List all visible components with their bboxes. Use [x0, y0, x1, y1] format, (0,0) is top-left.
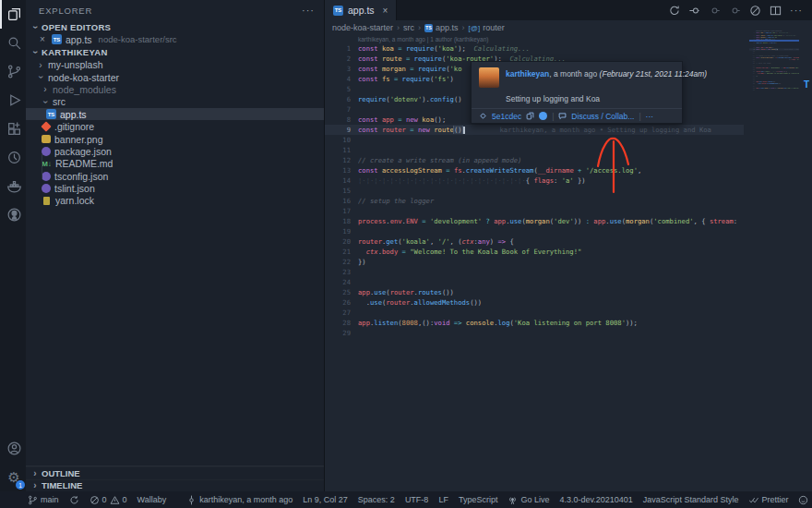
breadcrumb-router[interactable]: [@]router [469, 23, 505, 32]
outline-section[interactable]: › OUTLINE [26, 466, 324, 479]
line-number[interactable]: 3 [325, 65, 351, 73]
status-cursor-position[interactable]: Ln 9, Col 27 [303, 495, 348, 504]
close-icon[interactable]: × [40, 34, 48, 44]
more-actions-icon[interactable]: ··· [790, 5, 803, 16]
open-changes-next-icon[interactable] [729, 5, 741, 17]
status-prettier[interactable]: Prettier [748, 495, 788, 505]
tree-file-yarn.lock[interactable]: yarn.lock [26, 195, 324, 207]
code-line-26[interactable]: 26 .use(router.allowedMethods()) [325, 297, 744, 308]
activity-github-icon[interactable] [0, 200, 26, 229]
code-line-22[interactable]: 22}) [749, 75, 799, 77]
file-history-icon[interactable] [749, 5, 761, 17]
codelens-blame[interactable]: karthikeyan, a month ago | 1 author (kar… [325, 35, 744, 43]
tree-file-.gitignore[interactable]: .gitignore [26, 120, 324, 132]
inline-blame[interactable]: karthikeyan, a month ago • Setting up lo… [784, 49, 799, 51]
tree-folder-node-koa-starter[interactable]: ›node-koa-starter [26, 71, 324, 83]
line-number[interactable]: 20 [325, 237, 351, 246]
status-ts-version[interactable]: 4.3.0-dev.20210401 [559, 495, 632, 504]
line-number[interactable]: 16 [325, 197, 351, 205]
activity-extensions-icon[interactable] [0, 115, 26, 143]
code-line-16[interactable]: 16// setup the logger [749, 63, 799, 65]
tree-file-tsconfig.json[interactable]: tsconfig.json [26, 170, 324, 182]
tree-file-banner.png[interactable]: banner.png [26, 133, 324, 145]
code-line-9[interactable]: 9const router = new route()karthikeyan, … [325, 125, 744, 135]
code-line-21[interactable]: 21 ctx.body = "Welcome! To the Koala Boo… [325, 247, 744, 257]
activity-settings-icon[interactable]: ⚙1 [0, 463, 26, 491]
tree-file-README.md[interactable]: M↓README.md [26, 158, 324, 170]
discuss-collab-link[interactable]: Discuss / Collab... [571, 112, 634, 121]
open-on-remote-icon[interactable] [539, 112, 547, 120]
code-line-11[interactable]: 11 [325, 145, 744, 155]
line-number[interactable]: 19 [325, 227, 351, 236]
status-language[interactable]: TypeScript [459, 495, 498, 504]
line-number[interactable]: 18 [325, 217, 351, 225]
code-line-24[interactable]: 24 [325, 277, 744, 287]
code-line-17[interactable]: 17 [325, 206, 744, 216]
copy-icon[interactable] [526, 112, 534, 120]
code-line-12[interactable]: 12// create a write stream (in append mo… [325, 155, 744, 165]
activity-testing-clock-icon[interactable] [0, 143, 26, 172]
toggle-blame-icon[interactable] [668, 5, 680, 17]
line-number[interactable]: 29 [325, 329, 351, 337]
status-blame[interactable]: karthikeyan, a month ago [186, 495, 293, 505]
tree-folder-node_modules[interactable]: ›node_modules [26, 83, 324, 95]
code-line-10[interactable]: 10 [325, 135, 744, 145]
tree-folder-src[interactable]: ›src [26, 96, 324, 108]
status-standard-style[interactable]: JavaScript Standard Style [643, 495, 739, 504]
line-number[interactable]: 24 [325, 278, 351, 286]
line-number[interactable]: 29 [749, 90, 755, 91]
commit-sha-link[interactable]: 5e1cdec [492, 112, 521, 121]
workspace-header[interactable]: › KARTHIKEYAN [26, 46, 324, 59]
code-line-18[interactable]: 18process.env.ENV = 'development' ? app.… [325, 216, 744, 226]
line-number[interactable]: 22 [325, 258, 351, 266]
tab-close-icon[interactable]: × [383, 6, 388, 16]
activity-explorer-icon[interactable] [0, 0, 26, 29]
code-line-14[interactable]: 14¦·¦·¦·¦·¦·¦·¦·¦·¦·¦·¦·¦·¦·¦·¦·¦·¦·¦·¦·… [325, 175, 744, 186]
status-encoding[interactable]: UTF-8 [405, 495, 429, 504]
line-number[interactable]: 11 [325, 146, 351, 154]
code-line-20[interactable]: 20router.get('koala', '/', (ctx:any) => … [325, 236, 744, 247]
sidebar-more-actions-icon[interactable]: ··· [302, 5, 315, 16]
line-number[interactable]: 28 [325, 319, 351, 327]
code-line-9[interactable]: 9const router = new route()karthikeyan, … [749, 48, 799, 50]
minimap[interactable]: karthikeyan, a month ago | 1 author (kar… [749, 30, 799, 486]
code-line-13[interactable]: 13const accessLogStream = fs.createWrite… [325, 165, 744, 175]
line-number[interactable]: 15 [325, 187, 351, 195]
tab-app-ts[interactable]: TS app.ts × [325, 0, 397, 20]
line-number[interactable]: 17 [325, 207, 351, 215]
timeline-section[interactable]: › TIMELINE [26, 479, 324, 492]
line-number[interactable]: 12 [325, 156, 351, 164]
activity-docker-icon[interactable] [0, 172, 26, 200]
activity-run-debug-icon[interactable] [0, 86, 26, 115]
status-branch[interactable]: main [28, 495, 59, 505]
line-number[interactable]: 23 [325, 268, 351, 276]
open-editors-header[interactable]: › OPEN EDITORS [26, 20, 324, 33]
code-line-27[interactable]: 27 [325, 308, 744, 318]
line-number[interactable]: 5 [325, 85, 351, 93]
line-number[interactable]: 8 [325, 115, 351, 124]
status-sync[interactable] [69, 495, 79, 505]
line-number[interactable]: 25 [325, 288, 351, 296]
status-go-live[interactable]: Go Live [508, 495, 549, 505]
open-changes-icon[interactable] [688, 5, 700, 17]
breadcrumb-app.ts[interactable]: TSapp.ts [424, 23, 459, 32]
line-number[interactable]: 26 [325, 298, 351, 307]
code-line-16[interactable]: 16// setup the logger [325, 196, 744, 206]
tree-folder-my-unsplash[interactable]: ›my-unsplash [26, 59, 324, 71]
code-line-6[interactable]: 6require('dotenv').config() [749, 42, 799, 44]
status-eol[interactable]: LF [438, 495, 448, 504]
code-line-29[interactable]: 29 [749, 89, 799, 91]
open-changes-prev-icon[interactable] [709, 5, 721, 17]
code-line-25[interactable]: 25app.use(router.routes()) [325, 287, 744, 297]
line-number[interactable]: 14 [325, 176, 351, 185]
status-wallaby[interactable]: Wallaby [137, 495, 167, 504]
code-line-29[interactable]: 29 [325, 328, 744, 338]
line-number[interactable]: 4 [325, 75, 351, 83]
code-line-4[interactable]: 4const fs = require('fs') [749, 38, 799, 40]
code-line-1[interactable]: 1const koa = require('koa'); Calculating… [325, 43, 744, 54]
code-line-23[interactable]: 23 [325, 267, 744, 277]
line-number[interactable]: 7 [325, 105, 351, 114]
code-line-18[interactable]: 18process.env.ENV = 'development' ? app.… [749, 67, 799, 68]
more-actions-link[interactable]: ··· [646, 112, 654, 121]
line-number[interactable]: 10 [325, 136, 351, 144]
